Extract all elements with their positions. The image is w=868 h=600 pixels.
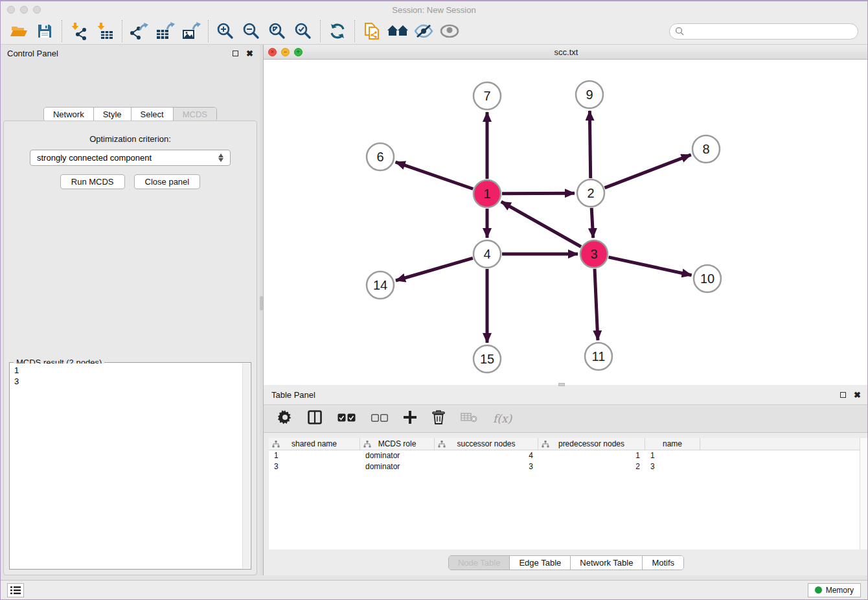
table-cell[interactable]: dominator [360,450,435,461]
home-view-icon[interactable] [385,20,411,42]
node-label: 6 [376,150,383,164]
open-folder-icon[interactable] [6,20,32,42]
memory-button[interactable]: Memory [808,583,861,597]
zoom-fit-icon[interactable] [264,20,290,42]
column-header-name[interactable]: name [645,438,700,450]
table-cell[interactable]: 3 [269,461,360,472]
column-header-MCDS-role[interactable]: MCDS role [360,438,435,450]
edge-3-to-10[interactable] [608,257,691,275]
table-panel: Table Panel ✖ [263,385,868,575]
export-image-icon[interactable] [178,20,204,42]
graph-node-4[interactable]: 4 [474,240,501,268]
table-scrollbar[interactable] [860,438,868,549]
node-label: 10 [700,271,714,286]
edge-1-to-2[interactable] [502,193,575,194]
status-bar: Memory [1,580,867,599]
tab-style[interactable]: Style [94,108,131,121]
edge-2-to-9[interactable] [589,111,590,178]
graph-node-2[interactable]: 2 [577,179,604,207]
deselect-columns-icon[interactable] [371,413,388,424]
main-toolbar [1,18,867,45]
zoom-selected-icon [294,22,312,40]
table-cell[interactable]: 4 [435,450,538,461]
import-network-icon[interactable] [66,20,92,42]
delete-column-trash-icon[interactable] [432,410,445,427]
column-label: MCDS role [378,439,417,448]
tab-network[interactable]: Network [44,108,94,121]
node-label: 2 [587,186,594,200]
function-builder-icon-disabled: f(x) [493,412,512,425]
graph-node-3[interactable]: 3 [580,240,608,268]
run-mcds-button[interactable]: Run MCDS [60,174,125,189]
zoom-in-icon[interactable] [212,20,238,42]
result-scrollbar[interactable] [242,363,250,568]
add-column-plus-icon[interactable] [404,411,417,426]
split-view-icon[interactable] [308,410,322,427]
graph-node-8[interactable]: 8 [692,135,720,163]
edge-3-to-1[interactable] [501,202,581,246]
table-cell[interactable]: 1 [645,450,700,461]
horizontal-splitter-handle[interactable] [558,383,565,386]
import-table-icon[interactable] [92,20,118,42]
zoom-selected-icon[interactable] [290,20,316,42]
graph-node-15[interactable]: 15 [474,345,501,373]
column-header-predecessor-nodes[interactable]: predecessor nodes [538,438,645,450]
table-tab-node-table[interactable]: Node Table [449,556,510,570]
duplicate-network-icon [363,21,381,41]
table-cell[interactable]: 1 [269,450,360,461]
toolbar-separator [354,20,355,42]
table-tab-edge-table[interactable]: Edge Table [510,556,571,570]
node-label: 11 [592,349,606,363]
close-table-panel-icon[interactable]: ✖ [854,391,861,399]
float-panel-icon[interactable] [233,51,238,56]
search-input[interactable] [684,27,852,36]
refresh-icon[interactable] [325,20,350,42]
tab-mcds[interactable]: MCDS [174,108,216,121]
table-cell[interactable]: 3 [645,461,700,472]
edge-1-to-6[interactable] [396,162,474,189]
table-body: 1dominator4113dominator323 [269,450,868,472]
column-header-shared-name[interactable]: shared name [269,438,360,450]
select-columns-checked-icon[interactable] [337,413,356,424]
table-settings-gear-icon[interactable] [278,410,292,427]
column-header-successor-nodes[interactable]: successor nodes [435,438,538,450]
network-canvas[interactable]: 1234678910111415 [264,60,868,384]
show-details-icon[interactable] [437,20,463,42]
edge-2-to-8[interactable] [604,155,691,188]
tab-select[interactable]: Select [131,108,174,121]
hierarchy-icon [438,441,446,448]
export-table-icon[interactable] [152,20,178,42]
table-cell[interactable]: dominator [360,461,435,472]
table-tab-motifs[interactable]: Motifs [643,556,683,570]
edge-3-to-11[interactable] [595,269,598,340]
graph-node-7[interactable]: 7 [474,82,501,110]
close-panel-icon[interactable]: ✖ [246,49,253,58]
edge-2-to-3[interactable] [591,208,593,238]
edge-4-to-14[interactable] [396,258,473,281]
open-folder-icon [10,23,28,40]
export-network-icon[interactable] [126,20,152,42]
task-history-button[interactable] [7,583,24,597]
home-view-icon [387,23,409,40]
search-box[interactable] [669,23,858,40]
graph-node-6[interactable]: 6 [367,143,394,170]
table-cell[interactable]: 2 [538,461,645,472]
mcds-result-list[interactable]: 1 3 [10,363,242,568]
table-cell[interactable]: 3 [435,461,538,472]
graph-node-1[interactable]: 1 [474,180,501,207]
table-row: 1dominator411 [269,450,868,461]
table-cell[interactable]: 1 [538,450,645,461]
graph-node-11[interactable]: 11 [585,343,612,370]
hierarchy-icon [542,441,549,448]
optimization-criterion-select[interactable]: strongly connected component [30,150,231,166]
hide-details-icon[interactable] [411,20,437,42]
save-session-icon[interactable] [32,20,58,42]
graph-node-10[interactable]: 10 [694,265,721,292]
duplicate-network-icon[interactable] [359,20,385,42]
zoom-out-icon[interactable] [238,20,264,42]
close-panel-button[interactable]: Close panel [134,174,201,189]
table-tab-network-table[interactable]: Network Table [571,556,643,570]
graph-node-9[interactable]: 9 [576,81,603,108]
float-table-panel-icon[interactable] [840,392,846,398]
graph-node-14[interactable]: 14 [367,271,394,299]
